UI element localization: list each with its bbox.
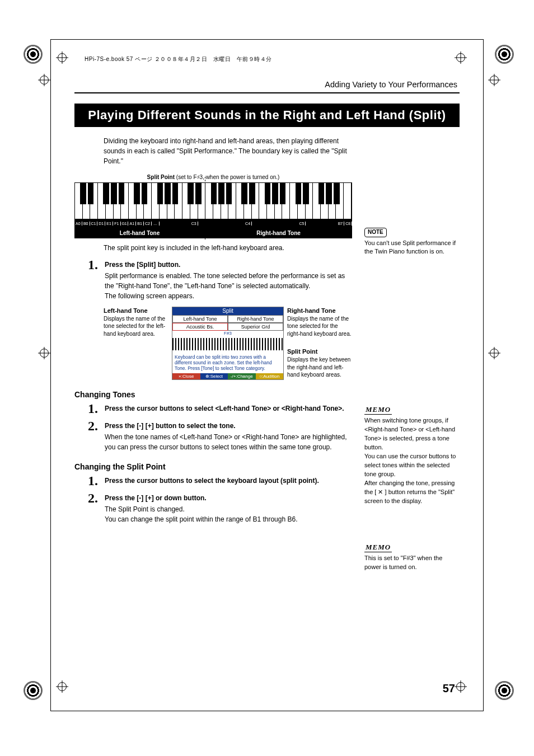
lcd-sp-head: Split Point <box>287 348 317 355</box>
keyboard-key-labels: A0B0C1D1E1F1G1A1B1C2...C3C4C5B7C8 <box>74 219 352 227</box>
lcd-title: Split <box>172 307 283 315</box>
crop-mark <box>495 45 514 64</box>
changing-split-heading: Changing the Split Point <box>74 462 352 471</box>
lcd-left-tone-value: Acoustic Bs. <box>172 323 228 331</box>
step-title: Press the cursor buttons to select the k… <box>105 477 352 485</box>
step-body: You can change the split point within th… <box>105 514 352 524</box>
lcd-mini-keyboard <box>172 338 283 350</box>
lcd-screen: Split Left-hand Tone Right-hand Tone Aco… <box>172 307 284 380</box>
note-text: You can't use Split performance if the T… <box>364 239 460 257</box>
tone-bar: Left-hand Tone Right-hand Tone <box>74 227 352 238</box>
main-column: Dividing the keyboard into right-hand an… <box>74 133 352 573</box>
book-meta-line: HPi-7S-e.book 57 ページ ２００８年４月２日 水曜日 午前９時４… <box>85 55 460 63</box>
step-body: The following screen appears. <box>105 291 352 301</box>
intro-text: Dividing the keyboard into right-hand an… <box>104 136 352 166</box>
split-point-line <box>205 177 205 240</box>
page-number: 57 <box>443 682 455 695</box>
keyboard-diagram: Split Point (set to F♯3, when the power … <box>74 174 352 238</box>
step-title: Press the [-] [+] or down button. <box>105 494 352 502</box>
crop-mark <box>24 681 43 700</box>
changing-tones-step-2: 2. Press the [-] [+] button to select th… <box>76 419 352 452</box>
split-point-caption-bold: Split Point <box>147 174 175 180</box>
page-frame: HPi-7S-e.book 57 ページ ２００８年４月２日 水曜日 午前９時４… <box>50 39 484 711</box>
step-1: 1. Press the [Split] button. Split perfo… <box>76 257 352 301</box>
step-body: Split performance is enabled. The tone s… <box>105 271 352 291</box>
section-banner: Playing Different Sounds in the Right an… <box>74 104 460 127</box>
memo-text-2: This is set to "F#3" when the power is t… <box>364 554 460 572</box>
lcd-left-head: Left-hand Tone <box>104 307 148 314</box>
changing-split-step-2: 2. Press the [-] [+] or down button. The… <box>76 491 352 524</box>
lcd-diagram: Left-hand Tone Displays the name of the … <box>104 307 352 380</box>
lcd-footer: ×:Close⊗:Select-/+:Change○:Audition <box>172 373 283 379</box>
side-column: NOTE You can't use Split performance if … <box>364 133 460 573</box>
memo-text-1: When switching tone groups, if <Right-ha… <box>364 416 460 505</box>
right-hand-tone-label: Right-hand Tone <box>205 227 352 238</box>
reg-cross <box>488 347 500 359</box>
lcd-left-text: Displays the name of the tone selected f… <box>104 316 165 337</box>
lcd-right-tone-label: Right-hand Tone <box>228 315 283 323</box>
keyboard-graphic <box>74 182 352 219</box>
lcd-right-tone-value: Superior Grd <box>228 323 283 331</box>
step-title: Press the [Split] button. <box>105 261 352 269</box>
step-number: 1. <box>76 257 98 301</box>
note-badge: NOTE <box>364 228 387 237</box>
memo-badge: MEMO <box>364 543 392 552</box>
step-body: The Split Point is changed. <box>105 504 352 514</box>
lcd-left-tone-label: Left-hand Tone <box>172 315 228 323</box>
step-body: When the tone names of <Left-hand Tone> … <box>105 432 352 452</box>
step-number: 1. <box>76 401 98 416</box>
changing-tones-heading: Changing Tones <box>74 390 352 399</box>
reg-cross <box>488 74 500 86</box>
step-number: 2. <box>76 419 98 452</box>
reg-cross <box>38 347 50 359</box>
changing-split-step-1: 1. Press the cursor buttons to select th… <box>76 473 352 489</box>
crop-mark <box>495 681 514 700</box>
running-head: Adding Variety to Your Performances <box>74 80 460 89</box>
lcd-message: Keyboard can be split into two zones wit… <box>172 353 283 373</box>
split-point-caption: (set to F♯3, when the power is turned on… <box>175 174 279 180</box>
changing-tones-step-1: 1. Press the cursor buttons to select <L… <box>76 401 352 416</box>
memo-badge: MEMO <box>364 405 392 415</box>
lcd-right-head: Right-hand Tone <box>287 307 336 314</box>
step-title: Press the [-] [+] button to select the t… <box>105 422 352 430</box>
step-number: 2. <box>76 491 98 524</box>
head-rule <box>74 92 460 93</box>
crop-mark <box>24 45 43 64</box>
step-number: 1. <box>76 473 98 489</box>
lcd-sp-text: Displays the key between the right-hand … <box>287 356 350 378</box>
left-hand-tone-label: Left-hand Tone <box>74 227 205 238</box>
after-kbd-note: The split point key is included in the l… <box>104 244 352 252</box>
lcd-mini-label: F#3 <box>172 331 283 336</box>
step-title: Press the cursor buttons to select <Left… <box>105 405 352 412</box>
lcd-right-text: Displays the name of the tone selected f… <box>287 316 352 337</box>
reg-cross <box>38 74 50 86</box>
